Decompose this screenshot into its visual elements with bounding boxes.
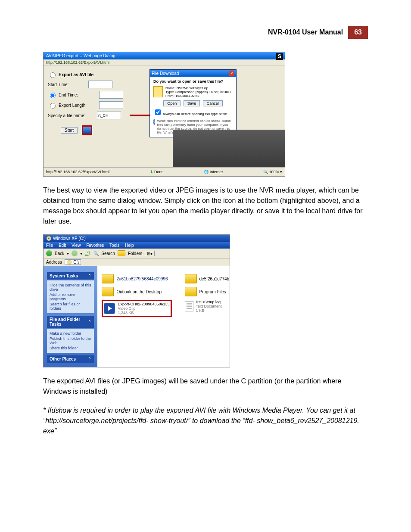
- start-time-label: Start Time:: [48, 82, 87, 87]
- system-tasks-label: System Tasks: [50, 274, 78, 278]
- collapse-icon[interactable]: ⌃: [88, 320, 91, 324]
- export-dialog-screenshot: AVI/JPEG export -- Webpage Dialog http:/…: [43, 52, 285, 177]
- other-places-header[interactable]: Other Places⌃: [47, 355, 94, 363]
- menu-help[interactable]: Help: [125, 243, 134, 248]
- explorer-menu: File Edit View Favorites Tools Help: [44, 242, 230, 249]
- video-preview-bg: [173, 130, 285, 168]
- video-icon[interactable]: [104, 303, 115, 314]
- menu-tools[interactable]: Tools: [109, 243, 119, 248]
- view-icon[interactable]: ⊞▾: [145, 251, 155, 256]
- folder-name: 2a61bb8279f56344c09996: [116, 277, 168, 281]
- video-size: 1,248 KB: [118, 311, 169, 315]
- always-ask-label: Always ask before opening this type of f…: [163, 112, 227, 116]
- folders-icon[interactable]: [118, 250, 125, 256]
- paragraph-2: The exported AVI files (or JPEG images) …: [43, 376, 368, 397]
- task-hide[interactable]: Hide the contents of this drive: [50, 283, 91, 292]
- status-zoom: 100%: [269, 170, 279, 174]
- folder-icon: [102, 287, 114, 296]
- forward-icon[interactable]: [72, 250, 78, 256]
- search-label[interactable]: Search: [101, 251, 115, 256]
- file-tasks-header[interactable]: File and Folder Tasks⌃: [47, 316, 94, 328]
- export-panel: Export as AVI file Start Time: End Time:…: [48, 68, 130, 137]
- open-button[interactable]: Open: [163, 100, 181, 106]
- filename-input[interactable]: [97, 112, 121, 119]
- menu-view[interactable]: View: [72, 243, 81, 248]
- log-name: RHDSetup.log: [196, 300, 222, 304]
- folder-item[interactable]: 2a61bb8279f56344c09996: [102, 274, 171, 283]
- video-type: Video Clip: [118, 306, 169, 311]
- ie-statusbar: http://192.168.102.62/ExportAVI.html ⬇ D…: [44, 167, 285, 176]
- explorer-title: Windows XP (C:): [53, 236, 86, 241]
- file-download-title: File Download: [152, 71, 179, 76]
- back-label[interactable]: Back: [55, 251, 64, 256]
- exported-video-highlight: Export-CH02-2009040506135 Video Clip 1,2…: [102, 300, 171, 317]
- collapse-icon[interactable]: ⌃: [88, 274, 91, 278]
- log-item[interactable]: RHDSetup.log Text Document 1 KB: [185, 300, 230, 313]
- status-done: Done: [154, 170, 164, 174]
- document-icon: [185, 301, 193, 311]
- end-time-radio[interactable]: [50, 93, 56, 98]
- address-value[interactable]: C:\: [73, 260, 79, 264]
- fd-question: Do you want to open or save this file?: [153, 79, 223, 84]
- explorer-titlebar: 📀 Windows XP (C:): [44, 235, 230, 242]
- log-type: Text Document: [196, 304, 222, 308]
- log-size: 1 KB: [196, 308, 222, 313]
- dialog-address: http://192.168.102.62/ExportAVI.html: [44, 59, 285, 66]
- menu-file[interactable]: File: [46, 243, 53, 248]
- other-places-label: Other Places: [50, 357, 76, 361]
- folders-label[interactable]: Folders: [128, 251, 142, 256]
- folder-name: de5f26a1d774b: [199, 277, 230, 281]
- status-url: http://192.168.102.62/ExportAVI.html: [46, 170, 109, 174]
- page-number: 63: [348, 26, 368, 39]
- folder-icon: [102, 274, 114, 283]
- task-publish[interactable]: Publish this folder to the Web: [50, 336, 91, 345]
- folder-icon: [185, 274, 197, 283]
- media-player-icon[interactable]: [82, 125, 92, 135]
- always-ask-checkbox[interactable]: [155, 109, 161, 115]
- export-avi-radio[interactable]: [50, 72, 56, 78]
- status-zone: Internet: [210, 170, 223, 174]
- task-newfolder[interactable]: Make a new folder: [50, 331, 91, 336]
- system-tasks-header[interactable]: System Tasks⌃: [47, 272, 94, 280]
- end-time-input[interactable]: [99, 91, 123, 99]
- cancel-button[interactable]: Cancel: [203, 100, 223, 106]
- explorer-sidebar: System Tasks⌃ Hide the contents of this …: [44, 266, 97, 367]
- export-length-label: Export Length:: [59, 103, 97, 108]
- collapse-icon[interactable]: ⌃: [88, 357, 91, 361]
- file-download-titlebar: File Download ×: [150, 70, 236, 77]
- fd-from-label: From:: [165, 94, 174, 98]
- folder-item[interactable]: Program Files: [185, 287, 230, 296]
- up-icon[interactable]: ⮵: [85, 250, 91, 257]
- menu-favorites[interactable]: Favorites: [86, 243, 104, 248]
- task-addremove[interactable]: Add or remove programs: [50, 292, 91, 301]
- folder-icon: [185, 287, 197, 296]
- explorer-screenshot: 📀 Windows XP (C:) File Edit View Favorit…: [43, 234, 230, 367]
- info-icon: ?: [153, 119, 155, 125]
- explorer-toolbar: Back ▾ ▾ ⮵ 🔍 Search Folders ⊞▾: [44, 249, 230, 258]
- export-length-radio[interactable]: [50, 103, 56, 109]
- task-search[interactable]: Search for files or folders: [50, 302, 91, 311]
- start-button[interactable]: Start: [61, 127, 78, 134]
- address-label: Address: [46, 260, 62, 264]
- manual-title: NVR-0104 User Manual: [268, 28, 343, 36]
- start-time-input[interactable]: [88, 81, 112, 88]
- paragraph-1: The best way to view the exported video …: [43, 185, 368, 227]
- back-icon[interactable]: [46, 250, 52, 256]
- save-button[interactable]: Save: [184, 100, 200, 106]
- zip-icon: [153, 86, 163, 97]
- task-share[interactable]: Share this folder: [50, 346, 91, 350]
- folder-item[interactable]: Outlook on the Desktop: [102, 287, 171, 296]
- menu-edit[interactable]: Edit: [59, 243, 66, 248]
- folder-name: Program Files: [199, 289, 226, 294]
- export-avi-label: Export as AVI file: [59, 72, 93, 77]
- explorer-addressbar: Address 📀 C:\: [44, 258, 230, 266]
- dialog-title: AVI/JPEG export -- Webpage Dialog: [46, 53, 115, 58]
- close-icon[interactable]: ×: [229, 71, 234, 76]
- file-tasks-label: File and Folder Tasks: [50, 317, 88, 327]
- folder-item[interactable]: de5f26a1d774b: [185, 274, 230, 283]
- folder-name: Outlook on the Desktop: [116, 289, 162, 294]
- dialog-titlebar: AVI/JPEG export -- Webpage Dialog: [44, 52, 285, 59]
- fd-type-value: Compressed (zipped) Folder, 623KB: [175, 90, 230, 94]
- export-length-input[interactable]: [99, 101, 123, 109]
- fd-type-label: Type:: [165, 90, 174, 94]
